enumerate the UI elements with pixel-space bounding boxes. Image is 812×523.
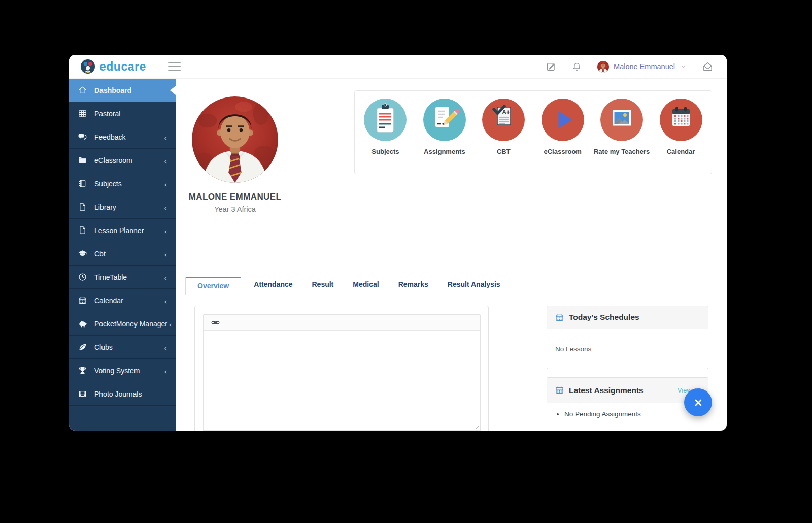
chevron-left-icon bbox=[163, 227, 168, 233]
quick-action-label: Assignments bbox=[416, 147, 473, 157]
table-icon bbox=[78, 109, 87, 118]
chevron-down-icon bbox=[680, 63, 687, 70]
piggy-bank-icon bbox=[78, 319, 87, 329]
calendar-icon bbox=[555, 313, 564, 322]
qa-play-icon bbox=[542, 99, 584, 141]
sidebar-item-label: Cbt bbox=[94, 250, 163, 258]
trophy-icon bbox=[78, 366, 87, 375]
sidebar-item-library[interactable]: Library bbox=[69, 195, 176, 219]
quick-action-subjects[interactable]: Subjects bbox=[357, 99, 414, 157]
sidebar: DashboardPastoralFeedbackeClassroomSubje… bbox=[69, 79, 176, 431]
home-icon bbox=[78, 85, 87, 95]
resize-handle[interactable] bbox=[474, 424, 479, 429]
no-lessons-text: No Lessons bbox=[555, 345, 591, 353]
schedules-card-body: No Lessons bbox=[547, 329, 708, 369]
quick-action-rate-my-teachers[interactable]: Rate my Teachers bbox=[593, 99, 650, 157]
quick-action-label: Calendar bbox=[653, 147, 709, 157]
sidebar-item-label: Pastoral bbox=[94, 110, 168, 118]
assignments-card-header: Latest Assignments View All bbox=[547, 378, 708, 403]
app-window: educare Malone Emmanuel DashboardPastora… bbox=[69, 55, 727, 431]
film-icon bbox=[78, 389, 87, 399]
sidebar-item-lesson-planner[interactable]: Lesson Planner bbox=[69, 219, 176, 242]
qa-clipboard-icon bbox=[364, 99, 407, 141]
sidebar-item-voting-system[interactable]: Voting System bbox=[69, 359, 176, 382]
tab-remarks[interactable]: Remarks bbox=[389, 276, 438, 295]
chevron-left-icon bbox=[163, 157, 168, 163]
tab-result-analysis[interactable]: Result Analysis bbox=[438, 276, 510, 295]
sidebar-list: DashboardPastoralFeedbackeClassroomSubje… bbox=[69, 79, 176, 406]
tab-overview[interactable]: Overview bbox=[185, 277, 241, 295]
logo-text: educare bbox=[99, 60, 146, 74]
sidebar-item-eclassroom[interactable]: eClassroom bbox=[69, 149, 176, 172]
sidebar-item-label: Dashboard bbox=[94, 86, 168, 94]
close-icon bbox=[692, 397, 704, 409]
qa-photo-icon bbox=[600, 99, 643, 141]
comments-icon bbox=[78, 132, 87, 142]
sidebar-item-subjects[interactable]: Subjects bbox=[69, 172, 176, 195]
editor-text-area[interactable] bbox=[204, 331, 480, 430]
assignments-card-title: Latest Assignments bbox=[569, 386, 673, 395]
file-icon bbox=[78, 225, 87, 235]
sidebar-item-label: Calendar bbox=[94, 297, 163, 305]
sidebar-item-feedback[interactable]: Feedback bbox=[69, 125, 176, 149]
quick-action-label: CBT bbox=[475, 147, 532, 157]
sidebar-item-label: eClassroom bbox=[94, 156, 163, 165]
inbox-envelope-icon[interactable] bbox=[702, 61, 714, 73]
chevron-left-icon bbox=[163, 274, 168, 280]
todays-schedules-card: Today's Schedules No Lessons bbox=[547, 306, 708, 369]
close-fab-button[interactable] bbox=[684, 388, 712, 416]
tab-result[interactable]: Result bbox=[302, 276, 344, 295]
quick-action-label: Subjects bbox=[357, 147, 414, 157]
sidebar-item-label: PocketMoney Manager bbox=[94, 320, 167, 328]
chevron-left-icon bbox=[163, 298, 168, 303]
editor-footer bbox=[204, 430, 480, 431]
quick-actions-card: SubjectsAssignmentsA+CBTeClassroomRate m… bbox=[354, 90, 712, 174]
compose-icon[interactable] bbox=[546, 61, 556, 72]
chevron-left-icon bbox=[167, 321, 173, 326]
sidebar-item-timetable[interactable]: TimeTable bbox=[69, 266, 176, 289]
sidebar-item-clubs[interactable]: Clubs bbox=[69, 336, 176, 359]
top-bar: educare Malone Emmanuel bbox=[69, 55, 727, 79]
folder-icon bbox=[78, 155, 87, 165]
link-icon[interactable] bbox=[211, 318, 220, 328]
sidebar-item-photo-journals[interactable]: Photo Journals bbox=[69, 382, 176, 406]
user-menu[interactable]: Malone Emmanuel bbox=[597, 61, 687, 73]
no-pending-assignments-text: No Pending Assignments bbox=[564, 410, 700, 418]
notebook-icon bbox=[78, 179, 87, 188]
chevron-left-icon bbox=[163, 204, 168, 210]
sidebar-item-pastoral[interactable]: Pastoral bbox=[69, 102, 176, 125]
tabs-bar: OverviewAttendanceResultMedicalRemarksRe… bbox=[185, 277, 716, 295]
hamburger-menu-button[interactable] bbox=[168, 62, 181, 71]
rich-text-editor bbox=[203, 314, 481, 431]
chevron-left-icon bbox=[163, 344, 168, 350]
sidebar-item-label: Voting System bbox=[94, 367, 163, 375]
qa-assignments-icon bbox=[423, 99, 466, 141]
schedules-card-header: Today's Schedules bbox=[547, 306, 708, 329]
sidebar-item-dashboard[interactable]: Dashboard bbox=[69, 79, 176, 102]
sidebar-item-calendar[interactable]: Calendar bbox=[69, 289, 176, 312]
quick-action-assignments[interactable]: Assignments bbox=[416, 99, 473, 157]
tab-medical[interactable]: Medical bbox=[343, 276, 388, 295]
sidebar-item-label: Lesson Planner bbox=[94, 226, 163, 235]
graduation-cap-icon bbox=[78, 249, 87, 258]
quick-action-cbt[interactable]: A+CBT bbox=[475, 99, 532, 157]
notifications-bell-icon[interactable] bbox=[571, 61, 582, 72]
qa-cbt-icon: A+ bbox=[482, 99, 525, 141]
quick-action-eclassroom[interactable]: eClassroom bbox=[534, 99, 591, 157]
file-icon bbox=[78, 202, 87, 212]
tab-attendance[interactable]: Attendance bbox=[244, 276, 302, 295]
assignments-card-body: No Pending Assignments bbox=[547, 403, 708, 425]
sidebar-item-label: Subjects bbox=[94, 180, 163, 188]
quick-action-calendar[interactable]: Calendar bbox=[653, 99, 709, 157]
sidebar-item-pocketmoney-manager[interactable]: PocketMoney Manager bbox=[69, 312, 176, 336]
sidebar-item-label: Clubs bbox=[94, 343, 163, 351]
chevron-left-icon bbox=[163, 134, 168, 140]
topbar-actions: Malone Emmanuel bbox=[546, 61, 727, 73]
leaf-icon bbox=[78, 342, 87, 352]
calendar-icon bbox=[78, 296, 87, 305]
educare-logo-icon bbox=[80, 59, 95, 74]
sidebar-item-cbt[interactable]: Cbt bbox=[69, 242, 176, 266]
sidebar-item-label: Library bbox=[94, 203, 163, 211]
qa-calendar-icon bbox=[660, 99, 702, 141]
quick-action-label: Rate my Teachers bbox=[593, 147, 650, 157]
